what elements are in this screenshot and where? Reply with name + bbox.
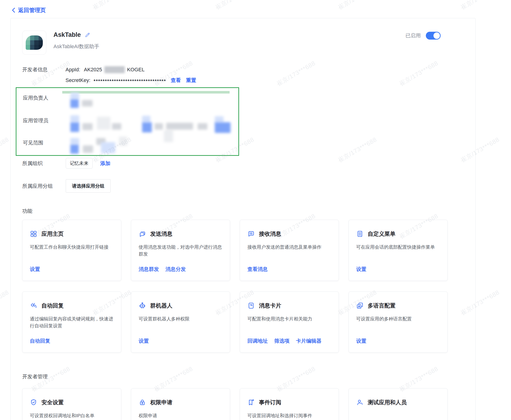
menu-doc-icon [356, 230, 363, 238]
reset-secret-link[interactable]: 重置 [186, 77, 196, 84]
person-icon [356, 399, 363, 406]
org-add-link[interactable]: 添加 [100, 160, 110, 167]
grid-icon [30, 230, 37, 238]
admin-label: 应用管理员 [23, 117, 48, 124]
feature-card-title: 安全设置 [41, 399, 64, 406]
feature-card: 消息卡片可配置和使用消息卡片相关能力回调地址筛选项卡片编辑器 [240, 292, 339, 353]
watermark-text: 崔京/173***688 [459, 0, 501, 12]
feature-card-title: 接收消息 [259, 230, 281, 238]
redacted-item [142, 116, 150, 123]
feature-card-desc: 接收用户发送的普通消息及菜单操作 [247, 244, 331, 250]
feature-card-action-link[interactable]: 查看消息 [247, 266, 268, 273]
feature-card: 发送消息使用消息发送功能，对选中用户进行消息群发消息群发消息分发 [131, 220, 230, 281]
feature-card-action-link[interactable]: 设置 [139, 338, 149, 345]
feature-card: 接收消息接收用户发送的普通消息及菜单操作查看消息 [240, 220, 339, 281]
status-label: 已启用 [406, 32, 421, 39]
app-logo-mosaic [26, 35, 43, 50]
redacted-avatar [70, 99, 79, 108]
redacted-item [164, 130, 173, 142]
back-to-admin-link[interactable]: 返回管理页 [12, 7, 46, 14]
feature-card-desc: 使用消息发送功能，对选中用户进行消息群发 [139, 244, 222, 257]
app-settings-page: 崔京/173***688崔京/173***688崔京/173***688崔京/1… [0, 0, 511, 420]
highlighted-roles-box: 应用负责人 应用管理员 可见范围 [16, 87, 239, 156]
feature-card-action-link[interactable]: 消息群发 [139, 266, 159, 273]
watermark-text: 崔京/173***688 [0, 135, 10, 164]
org-tag[interactable]: 记忆未来 [66, 158, 93, 169]
appid-label: AppId: [66, 67, 80, 73]
redacted-name [82, 123, 93, 130]
redacted-item [119, 137, 127, 146]
app-detail-card: AskTable AskTableAI数据助手 已启用 开发者信息 AppId:… [10, 18, 476, 420]
redacted-avatar [70, 144, 79, 154]
feature-card: 事件订阅可设置回调地址和选择订阅事件 [240, 388, 339, 420]
feature-card-title: 事件订阅 [259, 399, 281, 406]
chevron-left-icon [12, 8, 16, 13]
appid-prefix: AK2025 [84, 67, 102, 73]
redacted-avatar [70, 122, 79, 132]
feature-card-action-link[interactable]: 设置 [30, 266, 40, 273]
view-secret-link[interactable]: 查看 [171, 77, 181, 84]
feature-card-desc: 可在应用会话的底部配置快捷操作菜单 [356, 244, 440, 250]
watermark-text: 崔京/173***688 [0, 288, 10, 317]
shield-check-icon [30, 399, 37, 406]
feature-card-desc: 可设置群机器人多种权限 [139, 315, 222, 322]
redacted-name [83, 145, 93, 153]
watermark-text: 崔京/173***688 [91, 0, 133, 12]
developer-info-label: 开发者信息 [22, 66, 48, 73]
feature-card-title: 权限申请 [150, 399, 172, 406]
feature-card: 群机器人可设置群机器人多种权限设置 [131, 292, 230, 353]
redacted-item [70, 115, 79, 122]
robot-icon [139, 302, 146, 309]
developer-management-grid: 安全设置可设置授权回调地址和IP白名单权限申请权限申请事件订阅可设置回调地址和选… [22, 388, 448, 420]
owner-label: 应用负责人 [23, 94, 48, 101]
feature-card: 权限申请权限申请 [131, 388, 230, 420]
feature-card-action-link[interactable]: 自动回复 [30, 338, 50, 345]
feature-card-action-link[interactable]: 回调地址 [247, 338, 268, 345]
bookmark-plus-icon [247, 399, 255, 406]
feature-card-desc: 权限申请 [139, 412, 222, 419]
redacted-name [112, 123, 121, 130]
scope-label: 可见范围 [23, 139, 43, 146]
feature-card-title: 自动回复 [41, 302, 64, 309]
reply-arrows-icon [30, 302, 37, 309]
feature-card-action-link[interactable]: 设置 [356, 266, 366, 273]
feature-card-desc: 通过编辑回复内容或关键词规则，快速进行自动回复设置 [30, 315, 114, 329]
redacted-item [101, 142, 115, 153]
lock-icon [139, 399, 146, 406]
translate-icon [356, 302, 363, 309]
feature-card: 多语言配置可设置应用的多种语言配置设置 [348, 292, 448, 353]
redacted-item [97, 117, 110, 130]
feature-card-action-link[interactable]: 设置 [356, 338, 366, 345]
org-label: 所属组织 [22, 160, 43, 167]
feature-card-title: 群机器人 [150, 302, 172, 309]
feature-card: 应用主页可配置工作台和聊天快捷应用打开链接设置 [22, 220, 121, 281]
redacted-name [82, 100, 93, 106]
feature-card-action-link[interactable]: 消息分发 [165, 266, 186, 273]
back-link-label: 返回管理页 [18, 7, 46, 14]
feature-card-title: 测试应用和人员 [368, 399, 407, 406]
redacted-item [70, 138, 79, 144]
feature-card-title: 自定义菜单 [368, 230, 395, 238]
app-name: AskTable [53, 31, 81, 38]
select-app-group-button[interactable]: 请选择应用分组 [66, 179, 111, 193]
watermark-text: 崔京/173***688 [336, 0, 378, 12]
feature-card-desc: 可设置应用的多种语言配置 [356, 315, 440, 322]
message-card-icon [247, 302, 255, 309]
features-section-label: 功能 [22, 208, 32, 215]
app-enabled-toggle[interactable] [426, 32, 441, 40]
chat-send-icon [139, 230, 146, 238]
feature-card-title: 应用主页 [41, 230, 64, 238]
feature-card-action-link[interactable]: 卡片编辑器 [296, 338, 321, 345]
feature-card-desc: 可配置工作台和聊天快捷应用打开链接 [30, 244, 114, 250]
redacted-item [70, 93, 79, 99]
appid-suffix: KOGEL [127, 67, 145, 73]
developer-management-label: 开发者管理 [22, 373, 48, 380]
feature-card-title: 消息卡片 [259, 302, 281, 309]
redacted-avatar [215, 122, 230, 133]
feature-card-action-link[interactable]: 筛选项 [274, 338, 289, 345]
watermark-text: 崔京/173***688 [214, 0, 256, 12]
redacted-avatar [142, 122, 152, 132]
edit-app-name-icon[interactable] [84, 32, 90, 38]
feature-card-title: 发送消息 [150, 230, 172, 238]
redacted-name [155, 123, 163, 130]
